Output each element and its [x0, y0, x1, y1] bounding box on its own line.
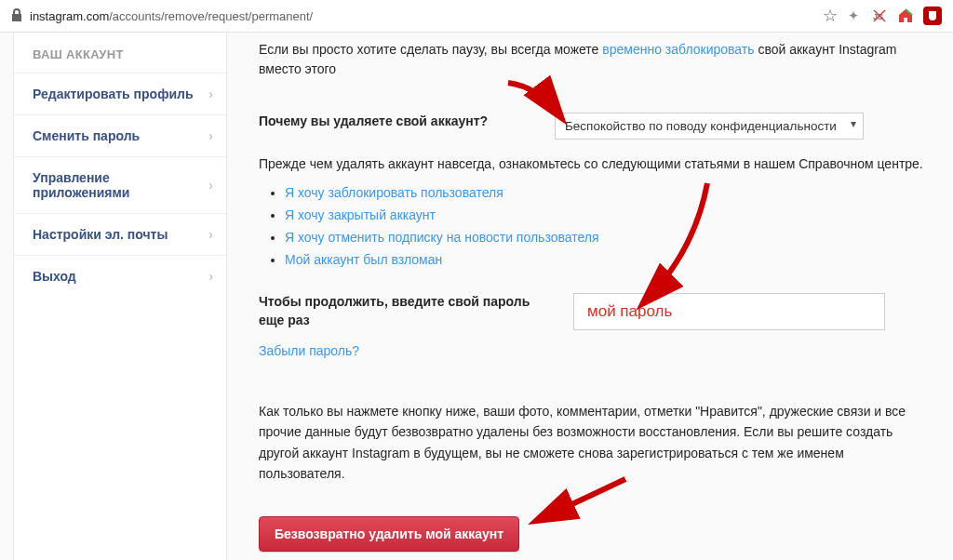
sidebar-item-label: Редактировать профиль: [33, 87, 194, 101]
sidebar-item-email-settings[interactable]: Настройки эл. почты ›: [14, 213, 226, 255]
chevron-right-icon: ›: [208, 227, 213, 242]
url-text[interactable]: instagram.com/accounts/remove/request/pe…: [30, 9, 815, 23]
extension-js-icon[interactable]: JS: [871, 7, 888, 24]
sidebar-item-manage-apps[interactable]: Управление приложениями ›: [14, 156, 226, 213]
bookmark-star-icon[interactable]: ☆: [823, 6, 838, 26]
help-link-unsubscribe[interactable]: Я хочу отменить подписку на новости поль…: [285, 230, 599, 245]
delete-reason-select[interactable]: Беспокойство по поводу конфиденциальност…: [555, 113, 864, 140]
sidebar-item-change-password[interactable]: Сменить пароль ›: [14, 114, 226, 156]
chevron-right-icon: ›: [208, 128, 213, 143]
sidebar-item-label: Настройки эл. почты: [33, 227, 168, 242]
sidebar-item-label: Выход: [33, 269, 76, 284]
forgot-password-link[interactable]: Забыли пароль?: [259, 343, 933, 358]
sidebar-item-label: Управление приложениями: [33, 170, 208, 200]
browser-address-bar: instagram.com/accounts/remove/request/pe…: [0, 0, 953, 33]
sidebar-item-logout[interactable]: Выход ›: [14, 255, 226, 297]
temporarily-disable-link[interactable]: временно заблокировать: [602, 42, 754, 57]
help-links-list: Я хочу заблокировать пользователя Я хочу…: [285, 185, 933, 267]
main-content: Если вы просто хотите сделать паузу, вы …: [259, 33, 940, 560]
lock-icon: [11, 8, 22, 24]
help-intro-text: Прежде чем удалять аккаунт навсегда, озн…: [259, 154, 933, 174]
intro-paragraph: Если вы просто хотите сделать паузу, вы …: [259, 40, 933, 79]
delete-reason-label: Почему вы удаляете свой аккаунт?: [259, 113, 538, 131]
extension-icons: ✦ JS: [845, 7, 942, 25]
help-link-hacked[interactable]: Мой аккаунт был взломан: [285, 252, 442, 267]
extension-home-icon[interactable]: [897, 7, 914, 24]
permanently-delete-button[interactable]: Безвозвратно удалить мой аккаунт: [259, 516, 519, 552]
password-input[interactable]: [573, 293, 885, 330]
chevron-right-icon: ›: [208, 178, 213, 193]
sidebar-item-edit-profile[interactable]: Редактировать профиль ›: [14, 73, 226, 114]
help-link-private-account[interactable]: Я хочу закрытый аккаунт: [285, 207, 436, 222]
extension-ublock-icon[interactable]: [923, 7, 942, 25]
account-sidebar: ВАШ АККАУНТ Редактировать профиль › Смен…: [13, 33, 227, 560]
sidebar-title: ВАШ АККАУНТ: [14, 33, 226, 73]
sidebar-item-label: Сменить пароль: [33, 128, 140, 143]
password-label: Чтобы продолжить, введите свой пароль ещ…: [259, 293, 557, 329]
delete-warning-text: Как только вы нажмете кнопку ниже, ваши …: [259, 401, 933, 485]
help-link-block-user[interactable]: Я хочу заблокировать пользователя: [285, 185, 503, 200]
chevron-right-icon: ›: [208, 87, 213, 101]
extension-plus-icon[interactable]: ✦: [845, 7, 862, 24]
chevron-right-icon: ›: [208, 269, 213, 284]
